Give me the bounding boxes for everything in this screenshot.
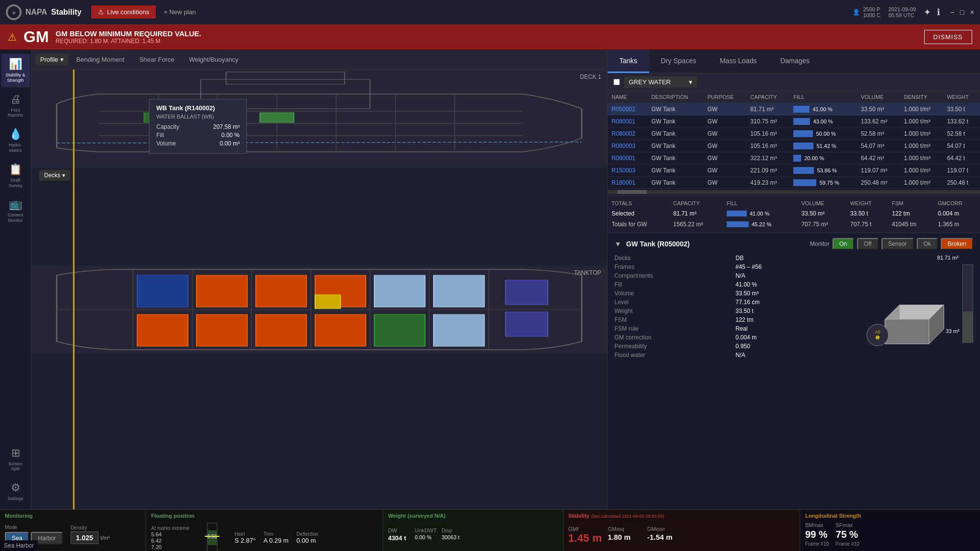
table-row[interactable]: R180001 GW Tank GW 419.23 m³ 59.75 % 250… xyxy=(608,177,980,189)
density-value[interactable]: 1.025 xyxy=(71,531,98,544)
totals-selected-row: Selected 81.71 m³ 41.00 % 33.50 m³ 33.50… xyxy=(608,208,980,219)
warning-triangle-icon: ⚠ xyxy=(98,8,104,16)
filter-dropdown[interactable]: GREY WATER ▾ xyxy=(624,76,697,88)
app-logo: ⊙ NAPA Stability xyxy=(6,4,81,20)
sidebar-item-hydro[interactable]: 💧 Hydro-statics xyxy=(1,124,30,157)
tab-weight-buoyancy[interactable]: Weight/Buoyancy xyxy=(182,53,245,66)
heel-section: Heel S 2.87° xyxy=(235,531,256,544)
monitor-off-button[interactable]: Off xyxy=(857,238,879,250)
cell-density: 1.000 t/m³ xyxy=(900,152,943,165)
stability-title-row: Stability (last calculated 2021-09-09 05… xyxy=(568,513,795,521)
cell-density: 1.000 t/m³ xyxy=(900,177,943,189)
totals-section: TOTALS CAPACITY FILL VOLUME WEIGHT FSM G… xyxy=(608,195,980,233)
sidebar-item-split[interactable]: ⊞ ScreenSplit xyxy=(1,443,30,476)
longitudinal-strength-section: Longitudinal Strength BMmax SFmax 99 % 7… xyxy=(800,510,980,551)
svg-rect-36 xyxy=(506,280,548,305)
close-icon[interactable]: × xyxy=(970,8,974,16)
table-row[interactable]: R080001 GW Tank GW 310.75 m³ 43.00 % 133… xyxy=(608,116,980,128)
live-conditions-button[interactable]: ⚠ Live conditions xyxy=(91,5,156,19)
ok-button[interactable]: Ok xyxy=(917,238,938,250)
filter-checkbox[interactable] xyxy=(613,79,620,85)
marks-section: At marks extreme 5.64 6.42 7.20 xyxy=(151,526,189,550)
info-icon[interactable]: ℹ xyxy=(937,7,940,18)
floating-position-section: Floating position At marks extreme 5.64 … xyxy=(146,510,383,551)
cell-desc: GW Tank xyxy=(647,165,703,177)
totals-gw-fill: 45.22 % xyxy=(723,219,798,230)
cell-fill: 20.00 % xyxy=(789,152,857,165)
svg-rect-30 xyxy=(137,314,188,346)
trim-label: Trim xyxy=(264,531,289,537)
new-plan-button[interactable]: + New plan xyxy=(164,8,196,16)
weight-grid: DW UnkDWT Disp 4304 t 0.00 % 30063 t xyxy=(388,527,464,542)
tab-bending-moment[interactable]: Bending Moment xyxy=(70,53,131,66)
sidebar-item-print[interactable]: 🖨 PrintReports xyxy=(1,89,30,122)
tab-damages[interactable]: Damages xyxy=(768,50,821,73)
cell-desc: GW Tank xyxy=(647,177,703,189)
frames-prop-value: #45 – #56 xyxy=(735,264,851,270)
bmmax-label: BMmax xyxy=(805,522,829,528)
maximize-icon[interactable]: □ xyxy=(960,8,964,16)
marks-val1: 5.64 xyxy=(151,531,189,537)
svg-rect-29 xyxy=(434,275,485,307)
table-row[interactable]: R050002 GW Tank GW 81.71 m³ 41.00 % 33.5… xyxy=(608,103,980,116)
app-name: Stability xyxy=(51,8,81,17)
tab-tanks[interactable]: Tanks xyxy=(608,50,649,73)
minimize-icon[interactable]: − xyxy=(950,8,954,16)
sidebar-item-settings[interactable]: ⚙ Settings xyxy=(1,478,30,505)
totals-header-5: FSM xyxy=(888,198,934,208)
cell-volume: 52.58 m³ xyxy=(857,128,900,140)
table-row[interactable]: R090001 GW Tank GW 322.12 m³ 20.00 % 64.… xyxy=(608,152,980,165)
tanktop-view: TANKTOP xyxy=(31,265,607,354)
cell-purpose: GW xyxy=(704,116,747,128)
sun-icon[interactable]: ✦ xyxy=(924,7,931,18)
tank-props-grid: Decks DB Frames #45 – #56 Compartments N… xyxy=(614,255,851,359)
cell-name: R150003 xyxy=(608,165,647,177)
sensor-button[interactable]: Sensor xyxy=(882,238,914,250)
cell-weight: 250.48 t xyxy=(943,177,980,189)
dismiss-button[interactable]: DISMISS xyxy=(924,30,972,44)
tooltip-title: WB Tank (R140002) xyxy=(156,104,240,112)
totals-gw-capacity: 1565.22 m³ xyxy=(669,219,723,230)
col-desc: DESCRIPTION xyxy=(647,91,703,103)
col-capacity: CAPACITY xyxy=(746,91,789,103)
decks-control[interactable]: Decks ▾ xyxy=(35,170,70,181)
tanks-table-container[interactable]: NAME DESCRIPTION PURPOSE CAPACITY FILL V… xyxy=(608,91,980,189)
svg-rect-28 xyxy=(374,275,425,307)
table-row[interactable]: R150003 GW Tank GW 221.09 m³ 53.86 % 119… xyxy=(608,165,980,177)
sidebar-item-stability[interactable]: 📊 Stability &Strength xyxy=(1,54,30,87)
fill-level-indicator xyxy=(962,264,973,343)
deflection-label: Deflection xyxy=(296,531,318,537)
warning-main-text: GM BELOW MINIMUM REQUIRED VALUE. xyxy=(56,29,201,38)
cell-weight: 54.07 t xyxy=(943,140,980,152)
sidebar-item-content[interactable]: 📺 ContentMonitor xyxy=(1,194,30,227)
collapse-icon[interactable]: ▼ xyxy=(614,240,621,248)
svg-text:Aft: Aft xyxy=(875,330,881,335)
tab-shear-force[interactable]: Shear Force xyxy=(132,53,181,66)
totals-selected-capacity: 81.71 m³ xyxy=(669,208,723,219)
tab-mass-loads[interactable]: Mass Loads xyxy=(708,50,768,73)
table-row[interactable]: R080002 GW Tank GW 105.16 m³ 50.00 % 52.… xyxy=(608,128,980,140)
decks-dropdown[interactable]: Decks ▾ xyxy=(39,170,70,181)
cell-capacity: 105.16 m³ xyxy=(746,140,789,152)
cell-capacity: 221.09 m³ xyxy=(746,165,789,177)
deflection-value: 0.00 m xyxy=(296,537,318,544)
disp-value: 30063 t xyxy=(441,534,464,542)
sidebar-item-draft[interactable]: 📋 DraftSurvey xyxy=(1,159,30,192)
cell-purpose: GW xyxy=(704,103,747,116)
svg-rect-32 xyxy=(256,314,307,346)
horizontal-scrollbar[interactable] xyxy=(608,190,980,194)
live-conditions-label: Live conditions xyxy=(107,8,149,16)
broken-button[interactable]: Broken xyxy=(941,238,973,250)
cell-weight: 133.62 t xyxy=(943,116,980,128)
totals-selected-weight: 33.50 t xyxy=(846,208,888,219)
tab-dry-spaces[interactable]: Dry Spaces xyxy=(649,50,708,73)
sfmax-label: SFmax xyxy=(836,522,859,528)
profile-dropdown[interactable]: Profile ▾ xyxy=(35,54,69,65)
monitor-on-button[interactable]: On xyxy=(833,238,854,250)
left-sidebar: 📊 Stability &Strength 🖨 PrintReports 💧 H… xyxy=(0,50,31,509)
user-line2: 1000 C xyxy=(863,12,880,18)
cell-name: R180001 xyxy=(608,177,647,189)
table-row[interactable]: R080003 GW Tank GW 105.16 m³ 51.42 % 54.… xyxy=(608,140,980,152)
svg-rect-26 xyxy=(256,275,307,307)
frames-prop-label: Frames xyxy=(614,264,730,270)
